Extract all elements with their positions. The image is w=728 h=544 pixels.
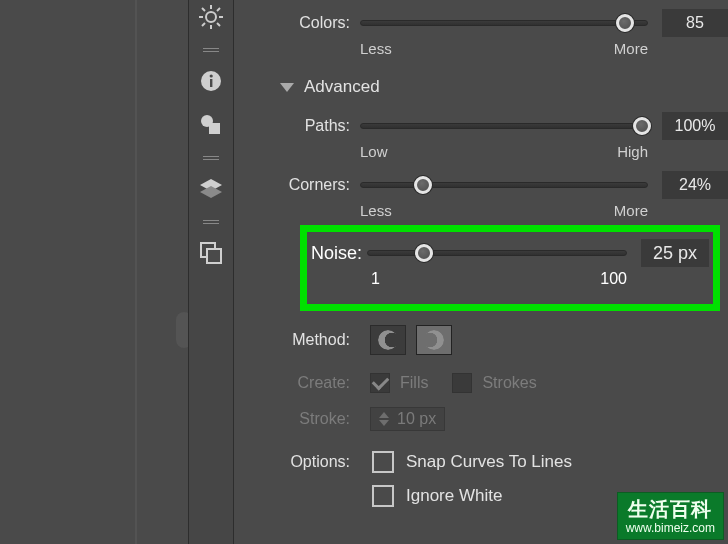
watermark-text-1: 生活百科 <box>626 497 715 521</box>
tool-icon-column <box>188 0 234 544</box>
separator-icon <box>203 156 219 160</box>
corners-min-label: Less <box>360 202 392 219</box>
panel-divider <box>135 0 137 544</box>
colors-label: Colors: <box>234 14 360 32</box>
fills-checkbox[interactable] <box>370 373 390 393</box>
noise-value[interactable]: 25 px <box>641 239 709 267</box>
colors-slider-thumb[interactable] <box>616 14 634 32</box>
svg-point-11 <box>210 74 213 77</box>
noise-slider[interactable] <box>367 241 627 265</box>
paths-min-label: Low <box>360 143 388 160</box>
sun-icon[interactable] <box>196 2 226 32</box>
watermark-text-2: www.bimeiz.com <box>626 521 715 535</box>
colors-slider[interactable] <box>360 11 648 35</box>
paths-slider-thumb[interactable] <box>633 117 651 135</box>
method-label: Method: <box>234 331 360 349</box>
noise-label: Noise: <box>311 243 367 264</box>
paths-max-label: High <box>617 143 648 160</box>
corners-slider-thumb[interactable] <box>414 176 432 194</box>
stroke-value: 10 px <box>397 410 436 428</box>
info-icon[interactable] <box>196 66 226 96</box>
svg-line-5 <box>202 8 205 11</box>
svg-point-0 <box>206 12 216 22</box>
image-trace-panel: Colors: 85 Less More Advanced Paths: 100… <box>234 0 728 544</box>
method-abutting-button[interactable] <box>370 325 406 355</box>
svg-line-6 <box>217 23 220 26</box>
advanced-disclosure[interactable]: Advanced <box>280 77 728 97</box>
corners-slider[interactable] <box>360 173 648 197</box>
noise-max-label: 100 <box>600 270 627 288</box>
stroke-spinner[interactable]: 10 px <box>370 407 445 431</box>
fills-label: Fills <box>400 374 428 392</box>
svg-line-7 <box>217 8 220 11</box>
svg-rect-18 <box>207 249 221 263</box>
corners-max-label: More <box>614 202 648 219</box>
svg-rect-14 <box>209 123 220 134</box>
ignore-white-checkbox[interactable] <box>372 485 394 507</box>
corners-label: Corners: <box>234 176 360 194</box>
svg-line-8 <box>202 23 205 26</box>
options-label: Options: <box>234 453 360 471</box>
colors-value[interactable]: 85 <box>662 9 728 37</box>
layers-icon[interactable] <box>196 174 226 204</box>
stepper-arrows-icon[interactable] <box>379 412 389 426</box>
stroke-label: Stroke: <box>234 410 360 428</box>
triangle-down-icon <box>280 83 294 92</box>
separator-icon <box>203 220 219 224</box>
advanced-label: Advanced <box>304 77 380 97</box>
paths-slider[interactable] <box>360 114 648 138</box>
snap-curves-checkbox[interactable] <box>372 451 394 473</box>
watermark: 生活百科 www.bimeiz.com <box>617 492 724 540</box>
corners-value[interactable]: 24% <box>662 171 728 199</box>
strokes-checkbox[interactable] <box>452 373 472 393</box>
colors-max-label: More <box>614 40 648 57</box>
svg-rect-10 <box>210 79 212 87</box>
colors-min-label: Less <box>360 40 392 57</box>
create-label: Create: <box>234 374 360 392</box>
paths-value[interactable]: 100% <box>662 112 728 140</box>
method-overlapping-button[interactable] <box>416 325 452 355</box>
paths-label: Paths: <box>234 117 360 135</box>
noise-min-label: 1 <box>371 270 380 288</box>
ignore-white-label: Ignore White <box>406 486 502 506</box>
artboards-icon[interactable] <box>196 238 226 268</box>
snap-curves-label: Snap Curves To Lines <box>406 452 572 472</box>
strokes-label: Strokes <box>482 374 536 392</box>
noise-highlight-box: Noise: 25 px 1 100 <box>300 225 720 311</box>
svg-marker-16 <box>200 186 222 198</box>
noise-slider-thumb[interactable] <box>415 244 433 262</box>
separator-icon <box>203 48 219 52</box>
shapes-icon[interactable] <box>196 110 226 140</box>
